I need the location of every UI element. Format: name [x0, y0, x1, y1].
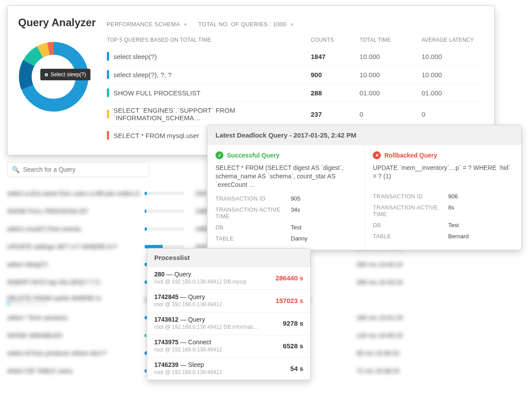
rollbacked-query-sql: UPDATE `mem__inventory`…p` = ? WHERE `hi… [373, 164, 513, 187]
blurred-query-text: UPDATE settings SET v=? WHERE k=? [7, 243, 140, 250]
search-icon: 🔍 [12, 166, 20, 173]
value-txid: 906 [448, 193, 513, 200]
query-text: SELECT * FROM mysql.user [113, 132, 199, 139]
col-counts: COUNTS [311, 37, 351, 43]
process-host: root @ 192.168.0.138:49412 [154, 301, 222, 307]
avg-latency-value: 10.000 [422, 71, 484, 79]
avg-latency-value: 10.000 [422, 53, 484, 60]
process-id: 1742845 [154, 293, 179, 300]
label-db: DB [215, 224, 291, 231]
process-id: 1743612 [154, 316, 179, 323]
process-id: 1746239 [154, 361, 179, 368]
blurred-query-text: DELETE FROM cache WHERE ts [7, 295, 140, 305]
process-id: 280 [154, 271, 164, 278]
process-host: root @ 192.168.0.138:49412 DB:informati… [154, 324, 258, 330]
blurred-query-text: select id from products where sku=? [7, 350, 140, 357]
process-time: 6528 s [283, 342, 303, 350]
top-queries-donut-chart[interactable]: Select sleep(?) [18, 41, 98, 114]
blurred-meta-text: 72 ms 19:38:23 [356, 367, 512, 374]
blurred-meta-text: 340 ms 19:44:10 [356, 261, 512, 268]
query-color-bar [107, 52, 109, 61]
query-color-bar [107, 131, 109, 140]
query-text: SHOW FULL PROCESSLIST [113, 89, 200, 97]
table-row[interactable]: select sleep(?), ?, ?90010.00010.000 [107, 65, 484, 83]
table-row[interactable]: select sleep(?)184710.00010.000 [107, 47, 484, 65]
total-queries-dropdown[interactable]: TOTAL NO. OF QUERIES : 1000 ▼ [198, 21, 294, 28]
value-table: Bernard [448, 233, 513, 240]
query-search-input[interactable]: 🔍 [7, 162, 149, 177]
label-db: DB [373, 222, 448, 229]
processlist-row[interactable]: 1742845 — Queryroot @ 192.168.0.138:4941… [147, 289, 310, 312]
successful-query-sql: SELECT * FROM (SELECT digest AS `digest`… [215, 164, 356, 189]
process-time: 286440 s [275, 274, 303, 282]
query-color-bar [107, 88, 109, 97]
search-input-field[interactable] [23, 166, 144, 173]
processlist-row[interactable]: 280 — Queryroot @ 192.168.0.138:49412 DB… [147, 267, 310, 289]
count-value: 1847 [311, 53, 351, 60]
schema-dropdown[interactable]: PERFORMANCE SCHEMA ▼ [106, 21, 188, 28]
label-active-time: TRANSACTION ACTIVE TIME [215, 206, 291, 220]
total-time-value: 10.000 [360, 71, 413, 79]
process-command: Query [188, 316, 205, 323]
value-txid: 905 [291, 195, 356, 202]
process-time: 9278 s [283, 319, 303, 327]
process-command: Query [174, 271, 191, 278]
blurred-query-text: select * from sessions [7, 314, 140, 321]
blurred-query-text: select a.id,b.name from users a left joi… [7, 190, 140, 197]
blurred-meta-text: 120 ms 19:40:23 [356, 332, 512, 339]
query-text: SELECT `ENGINES`.`SUPPORT` FROM `INFORMA… [113, 106, 302, 122]
avg-latency-value: 01.000 [422, 89, 484, 97]
process-time: 157023 s [275, 297, 303, 304]
total-time-value: 01.000 [360, 89, 413, 97]
count-value: 288 [311, 89, 351, 97]
deadlock-header: Latest Deadlock Query - 2017-01-25, 2:42… [207, 125, 521, 145]
blurred-query-text: INSERT INTO log VALUES(?,?,?) [7, 279, 140, 286]
progress-bar [145, 209, 184, 213]
process-id: 1743975 [154, 339, 179, 346]
blurred-meta-text: 160 ms 19:41:23 [356, 314, 512, 321]
col-query: TOP 5 QUERIES BASED ON TOTAL TIME [107, 37, 302, 43]
processlist-row[interactable]: 1743975 — Connectroot @ 192.168.0.138:49… [147, 335, 310, 357]
blurred-query-text: select count(*) from events [7, 225, 140, 232]
chart-tooltip-text: Select sleep(?) [51, 71, 86, 78]
deadlock-panel: Latest Deadlock Query - 2017-01-25, 2:42… [207, 125, 522, 250]
count-value: 237 [311, 110, 351, 118]
processlist-row[interactable]: 1743612 — Queryroot @ 192.168.0.138:4941… [147, 312, 310, 335]
query-color-bar [107, 110, 109, 118]
label-active-time: TRANSACTION ACTIVE TIME [373, 204, 448, 217]
value-db: Test [291, 224, 356, 231]
successful-query-label: Successful Query [227, 152, 279, 159]
blurred-query-text: select sleep(?) [7, 261, 140, 268]
progress-bar [145, 192, 184, 195]
blurred-query-text: SHOW FULL PROCESSLIST [7, 208, 140, 215]
query-color-bar [107, 70, 109, 79]
value-table: Danny [291, 235, 356, 242]
query-text: select sleep(?), ?, ? [113, 71, 172, 79]
col-total-time: TOTAL TIME [360, 37, 413, 43]
value-db: Test [448, 222, 513, 229]
deadlock-rollbacked-query: ✕ Rollbacked Query UPDATE `mem__inventor… [364, 145, 521, 250]
blurred-meta-text: 290 ms 19:43:23 [356, 279, 512, 286]
total-time-value: 10.000 [360, 53, 413, 60]
page-title: Query Analyzer [18, 16, 96, 29]
process-command: Connect [188, 339, 211, 346]
processlist-header: Processlist [147, 248, 310, 267]
schema-dropdown-label: PERFORMANCE SCHEMA [106, 21, 180, 28]
col-avg-latency: AVERAGE LATENCY [422, 37, 484, 43]
deadlock-successful-query: ✓ Successful Query SELECT * FROM (SELECT… [207, 145, 364, 250]
total-queries-label: TOTAL NO. OF QUERIES : 1000 [198, 21, 286, 28]
chevron-down-icon: ▼ [183, 22, 188, 27]
label-table: TABLE [373, 233, 448, 240]
blurred-query-text: SHOW VARIABLES [7, 332, 140, 339]
blurred-meta-text: 95 ms 19:39:23 [356, 350, 512, 357]
query-text: select sleep(?) [113, 53, 157, 60]
rollbacked-query-label: Rollbacked Query [384, 152, 437, 159]
progress-bar [7, 302, 47, 305]
success-icon: ✓ [215, 151, 223, 159]
table-row[interactable]: SELECT `ENGINES`.`SUPPORT` FROM `INFORMA… [107, 102, 484, 126]
table-row[interactable]: SHOW FULL PROCESSLIST28801.00001.000 [107, 83, 484, 102]
processlist-row[interactable]: 1746239 — Sleeproot @ 192.168.0.138:4941… [147, 357, 310, 380]
count-value: 900 [311, 71, 351, 79]
avg-latency-value: 0 [422, 110, 484, 118]
processlist-panel: Processlist 280 — Queryroot @ 192.168.0.… [147, 248, 311, 380]
